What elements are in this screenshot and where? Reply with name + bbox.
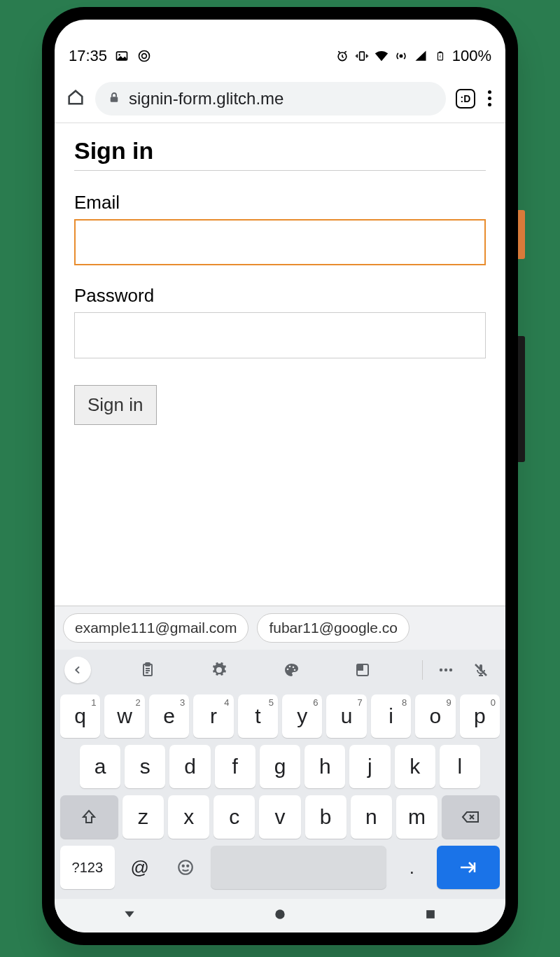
key-o[interactable]: o9 bbox=[415, 694, 455, 738]
hotspot-icon bbox=[393, 48, 409, 64]
key-l[interactable]: l bbox=[440, 745, 480, 788]
key-enter[interactable] bbox=[437, 846, 500, 889]
key-q[interactable]: q1 bbox=[60, 694, 100, 738]
key-x[interactable]: x bbox=[168, 795, 209, 839]
key-shift[interactable] bbox=[60, 795, 118, 839]
browse-icon bbox=[136, 48, 152, 64]
key-y[interactable]: y6 bbox=[282, 694, 322, 738]
key-dot[interactable]: . bbox=[391, 846, 433, 889]
menu-button[interactable] bbox=[485, 88, 494, 109]
key-s[interactable]: s bbox=[125, 745, 165, 788]
android-nav-bar bbox=[55, 899, 505, 932]
key-b[interactable]: b bbox=[305, 795, 346, 839]
key-symbols[interactable]: ?123 bbox=[60, 846, 115, 889]
key-c[interactable]: c bbox=[214, 795, 255, 839]
svg-point-12 bbox=[286, 669, 288, 671]
wifi-icon bbox=[374, 48, 389, 64]
vibrate-icon bbox=[354, 48, 370, 64]
screen: 17:35 bbox=[55, 20, 505, 932]
keyboard: example111@gmail.com fubar11@google.co bbox=[55, 606, 505, 899]
keyboard-row-3: zxcvbnm bbox=[60, 795, 500, 839]
email-label: Email bbox=[74, 192, 486, 214]
textedit-icon[interactable] bbox=[348, 655, 377, 685]
svg-point-14 bbox=[292, 666, 294, 669]
key-i[interactable]: i8 bbox=[371, 694, 411, 738]
nav-home-button[interactable] bbox=[273, 907, 287, 924]
status-time: 17:35 bbox=[69, 47, 107, 65]
svg-point-21 bbox=[179, 860, 193, 874]
key-t[interactable]: t5 bbox=[238, 694, 278, 738]
svg-point-1 bbox=[118, 54, 120, 56]
mic-off-icon[interactable] bbox=[466, 655, 496, 685]
email-input[interactable] bbox=[74, 219, 486, 265]
svg-point-17 bbox=[440, 669, 442, 671]
alarm-icon bbox=[335, 48, 350, 64]
image-icon bbox=[114, 48, 130, 64]
keyboard-row-2: asdfghjkl bbox=[60, 745, 500, 788]
gear-icon[interactable] bbox=[204, 655, 234, 685]
svg-point-6 bbox=[400, 55, 402, 57]
url-text: signin-form.glitch.me bbox=[129, 89, 284, 109]
svg-point-24 bbox=[275, 909, 284, 918]
battery-icon bbox=[433, 48, 448, 64]
svg-rect-25 bbox=[426, 910, 435, 918]
key-j[interactable]: j bbox=[349, 745, 390, 788]
keyboard-row-4: ?123 @ . bbox=[60, 846, 500, 889]
battery-percent: 100% bbox=[452, 47, 491, 65]
page-title: Sign in bbox=[74, 137, 486, 171]
key-backspace[interactable] bbox=[442, 795, 500, 839]
nav-back-button[interactable] bbox=[122, 907, 136, 924]
password-field-group: Password bbox=[74, 285, 486, 358]
key-r[interactable]: r4 bbox=[193, 694, 233, 738]
key-space[interactable] bbox=[211, 846, 386, 889]
key-f[interactable]: f bbox=[215, 745, 255, 788]
svg-rect-9 bbox=[111, 97, 118, 102]
svg-point-23 bbox=[188, 865, 189, 867]
key-v[interactable]: v bbox=[259, 795, 300, 839]
key-u[interactable]: u7 bbox=[326, 694, 366, 738]
key-p[interactable]: p0 bbox=[460, 694, 500, 738]
key-emoji[interactable] bbox=[165, 846, 207, 889]
key-d[interactable]: d bbox=[169, 745, 210, 788]
key-g[interactable]: g bbox=[260, 745, 300, 788]
key-a[interactable]: a bbox=[80, 745, 120, 788]
key-n[interactable]: n bbox=[351, 795, 392, 839]
phone-power-button bbox=[518, 210, 525, 259]
palette-icon[interactable] bbox=[276, 655, 306, 685]
browser-toolbar: signin-form.glitch.me :D bbox=[55, 74, 505, 123]
more-icon[interactable] bbox=[431, 655, 461, 685]
key-e[interactable]: e3 bbox=[149, 694, 189, 738]
phone-frame: 17:35 bbox=[42, 7, 518, 945]
svg-point-15 bbox=[293, 669, 295, 671]
suggestion-chip[interactable]: example111@gmail.com bbox=[63, 613, 248, 643]
suggestion-chip[interactable]: fubar11@google.co bbox=[257, 613, 410, 643]
key-k[interactable]: k bbox=[395, 745, 435, 788]
suggestion-bar: example111@gmail.com fubar11@google.co bbox=[55, 606, 505, 650]
home-icon[interactable] bbox=[66, 88, 85, 110]
page-content: Sign in Email Password Sign in bbox=[55, 123, 505, 606]
svg-point-18 bbox=[444, 669, 447, 671]
svg-point-13 bbox=[288, 666, 290, 668]
password-label: Password bbox=[74, 285, 486, 307]
email-field-group: Email bbox=[74, 192, 486, 265]
tabs-button[interactable]: :D bbox=[456, 89, 475, 109]
signin-button[interactable]: Sign in bbox=[74, 385, 157, 425]
password-input[interactable] bbox=[74, 312, 486, 358]
key-m[interactable]: m bbox=[396, 795, 438, 839]
url-bar[interactable]: signin-form.glitch.me bbox=[95, 82, 446, 116]
keyboard-toolbar bbox=[55, 650, 505, 690]
key-h[interactable]: h bbox=[304, 745, 345, 788]
key-at[interactable]: @ bbox=[119, 846, 161, 889]
nav-recents-button[interactable] bbox=[424, 907, 438, 924]
svg-point-3 bbox=[142, 54, 147, 59]
svg-rect-11 bbox=[146, 663, 150, 666]
svg-rect-5 bbox=[359, 52, 364, 60]
key-z[interactable]: z bbox=[122, 795, 164, 839]
key-w[interactable]: w2 bbox=[104, 694, 144, 738]
phone-volume-button bbox=[518, 336, 525, 462]
lock-icon bbox=[108, 89, 120, 109]
keyboard-row-1: q1w2e3r4t5y6u7i8o9p0 bbox=[60, 694, 500, 738]
clipboard-icon[interactable] bbox=[133, 655, 162, 685]
collapse-icon[interactable] bbox=[64, 657, 91, 683]
signal-icon bbox=[413, 48, 428, 64]
